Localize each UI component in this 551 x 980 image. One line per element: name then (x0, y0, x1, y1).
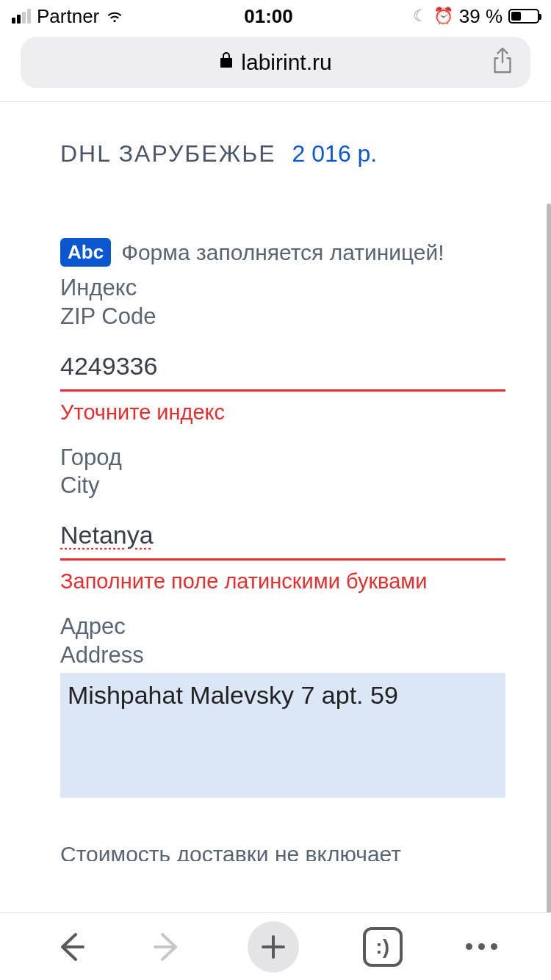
signal-icon (12, 9, 31, 24)
url-text: labirint.ru (219, 50, 331, 75)
city-label-ru: Город (60, 444, 505, 472)
address-label-ru: Адрес (60, 613, 505, 641)
zip-input[interactable] (60, 346, 505, 392)
browser-toolbar: :) (0, 912, 551, 980)
url-domain: labirint.ru (241, 50, 331, 75)
new-tab-button[interactable] (248, 921, 299, 973)
delivery-cost-notice: Стоимость доставки не включает (60, 842, 551, 861)
page-content: DHL ЗАРУБЕЖЬЕ 2 016 р. Abc Форма заполня… (0, 102, 551, 861)
lock-icon (219, 51, 234, 73)
status-left: Partner (12, 5, 124, 28)
city-label-en: City (60, 472, 505, 500)
battery-icon (508, 9, 539, 24)
back-button[interactable] (54, 930, 87, 964)
city-label: Город City (60, 444, 505, 501)
latin-notice: Abc Форма заполняется латиницей! (60, 238, 551, 267)
zip-error: Уточните индекс (60, 400, 505, 425)
share-icon[interactable] (491, 47, 514, 78)
city-error: Заполните поле латинскими буквами (60, 569, 505, 594)
tabs-indicator: :) (375, 935, 389, 959)
city-input[interactable] (60, 515, 505, 561)
menu-dots-icon (466, 943, 497, 950)
zip-label-ru: Индекс (60, 274, 505, 303)
address-label-en: Address (60, 641, 505, 670)
shipping-method-name: DHL ЗАРУБЕЖЬЕ (60, 140, 276, 167)
abc-badge: Abc (60, 238, 111, 267)
city-field-group: Город City Заполните поле латинскими бук… (60, 444, 551, 594)
moon-icon: ☾ (413, 7, 428, 26)
forward-button[interactable] (151, 930, 184, 964)
status-bar: Partner 01:00 ☾ ⏰ 39 % (0, 0, 551, 32)
url-bar-container: labirint.ru (0, 32, 551, 93)
address-textarea[interactable] (60, 673, 505, 798)
url-bar[interactable]: labirint.ru (21, 37, 530, 88)
battery-percent: 39 % (459, 5, 503, 28)
zip-label-en: ZIP Code (60, 303, 505, 331)
address-label: Адрес Address (60, 613, 505, 670)
status-right: ☾ ⏰ 39 % (413, 5, 539, 28)
menu-button[interactable] (466, 943, 497, 950)
zip-label: Индекс ZIP Code (60, 274, 505, 331)
shipping-method-price: 2 016 р. (292, 140, 378, 167)
shipping-method-row[interactable]: DHL ЗАРУБЕЖЬЕ 2 016 р. (60, 140, 551, 167)
alarm-icon: ⏰ (433, 7, 453, 26)
tabs-button[interactable]: :) (363, 927, 403, 967)
address-field-group: Адрес Address (60, 613, 551, 670)
latin-notice-text: Форма заполняется латиницей! (121, 240, 444, 265)
scroll-indicator[interactable] (547, 203, 551, 938)
wifi-icon (105, 5, 124, 28)
zip-field-group: Индекс ZIP Code Уточните индекс (60, 274, 551, 425)
status-time: 01:00 (244, 5, 293, 28)
carrier-label: Partner (37, 5, 99, 28)
